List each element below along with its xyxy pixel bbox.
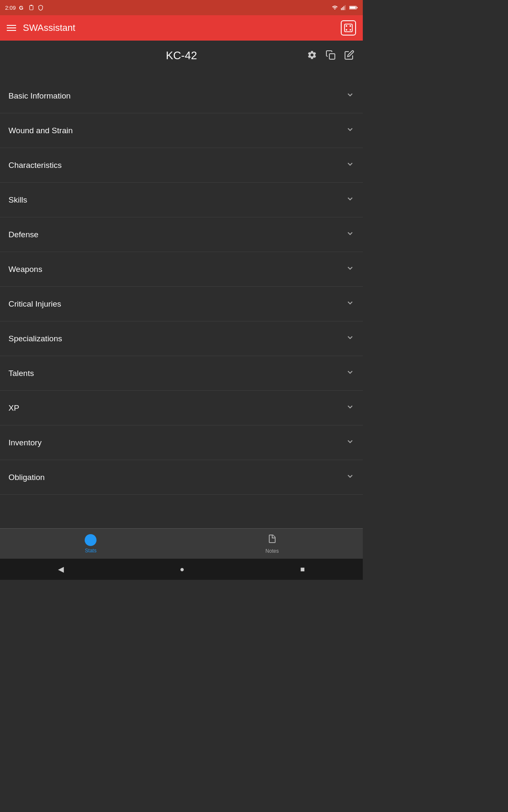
svg-rect-4	[342, 7, 343, 10]
copy-button[interactable]	[324, 48, 337, 62]
chevron-icon-specializations	[346, 333, 354, 344]
chevron-icon-wound-and-strain	[346, 125, 354, 136]
accordion-label-obligation: Obligation	[8, 473, 45, 482]
accordion-item-wound-and-strain[interactable]: Wound and Strain	[0, 113, 363, 148]
chevron-icon-critical-injuries	[346, 299, 354, 309]
accordion-item-characteristics[interactable]: Characteristics	[0, 148, 363, 183]
accordion-label-wound-and-strain: Wound and Strain	[8, 126, 73, 135]
accordion-label-weapons: Weapons	[8, 265, 42, 274]
accordion-item-inventory[interactable]: Inventory	[0, 425, 363, 460]
dice-button[interactable]	[341, 20, 356, 36]
bottom-navigation: i Stats Notes	[0, 528, 363, 559]
svg-rect-15	[329, 54, 335, 59]
character-name: KC-42	[7, 49, 356, 62]
app-title: SWAssistant	[23, 22, 75, 33]
clipboard-icon	[28, 5, 34, 11]
status-bar-right	[331, 5, 358, 11]
chevron-icon-characteristics	[346, 160, 354, 170]
accordion-item-specializations[interactable]: Specializations	[0, 321, 363, 356]
accordion-label-inventory: Inventory	[8, 438, 41, 447]
stats-label: Stats	[85, 548, 97, 554]
app-bar-right	[341, 20, 356, 36]
title-actions	[305, 48, 356, 62]
accordion-item-obligation[interactable]: Obligation	[0, 460, 363, 495]
svg-rect-9	[350, 7, 356, 9]
chevron-icon-obligation	[346, 472, 354, 483]
status-bar-left: 2:09 G	[5, 5, 44, 11]
accordion-label-specializations: Specializations	[8, 334, 62, 343]
accordion-item-weapons[interactable]: Weapons	[0, 252, 363, 287]
nav-item-notes[interactable]: Notes	[182, 530, 363, 557]
back-button[interactable]: ◀	[58, 565, 64, 574]
battery-icon	[349, 5, 358, 10]
accordion-item-critical-injuries[interactable]: Critical Injuries	[0, 287, 363, 321]
edit-button[interactable]	[342, 48, 356, 62]
chevron-icon-defense	[346, 229, 354, 240]
svg-point-13	[346, 29, 348, 31]
chevron-icon-xp	[346, 403, 354, 413]
signal-icon	[341, 5, 347, 11]
accordion-label-characteristics: Characteristics	[8, 161, 62, 170]
accordion-label-skills: Skills	[8, 195, 27, 205]
system-navigation: ◀ ● ■	[0, 559, 363, 580]
home-button[interactable]: ●	[180, 565, 185, 574]
svg-rect-1	[30, 5, 33, 10]
accordion-item-defense[interactable]: Defense	[0, 217, 363, 252]
status-bar: 2:09 G	[0, 0, 363, 15]
chevron-icon-talents	[346, 368, 354, 379]
svg-rect-5	[343, 6, 344, 10]
accordion-label-defense: Defense	[8, 230, 39, 239]
g-icon: G	[19, 5, 25, 11]
accordion-label-talents: Talents	[8, 369, 34, 378]
svg-rect-2	[31, 5, 33, 6]
accordion-list: Basic InformationWound and StrainCharact…	[0, 79, 363, 532]
stats-icon: i	[85, 534, 97, 546]
svg-rect-6	[345, 5, 345, 10]
accordion-item-talents[interactable]: Talents	[0, 356, 363, 391]
chevron-icon-basic-information	[346, 91, 354, 101]
svg-rect-8	[357, 7, 358, 8]
recents-button[interactable]: ■	[300, 565, 305, 574]
chevron-icon-weapons	[346, 264, 354, 274]
svg-text:G: G	[19, 5, 23, 11]
notes-icon	[267, 534, 277, 546]
time-display: 2:09	[5, 5, 16, 11]
chevron-icon-inventory	[346, 437, 354, 448]
accordion-label-basic-information: Basic Information	[8, 91, 71, 101]
svg-point-12	[350, 25, 351, 27]
accordion-item-basic-information[interactable]: Basic Information	[0, 79, 363, 113]
hamburger-menu[interactable]	[7, 25, 16, 31]
wifi-icon	[331, 5, 338, 11]
svg-rect-3	[341, 8, 342, 10]
nav-item-stats[interactable]: i Stats	[0, 531, 182, 557]
accordion-label-critical-injuries: Critical Injuries	[8, 299, 61, 309]
chevron-icon-skills	[346, 195, 354, 205]
accordion-label-xp: XP	[8, 403, 19, 413]
shield-icon	[38, 5, 44, 11]
accordion-item-skills[interactable]: Skills	[0, 183, 363, 217]
character-title-area: KC-42	[0, 41, 363, 73]
accordion-item-xp[interactable]: XP	[0, 391, 363, 425]
svg-rect-10	[345, 24, 352, 32]
settings-button[interactable]	[305, 48, 319, 62]
svg-point-11	[346, 25, 348, 27]
app-bar: SWAssistant	[0, 15, 363, 41]
svg-point-14	[350, 29, 351, 31]
notes-label: Notes	[265, 548, 279, 554]
app-bar-left: SWAssistant	[7, 22, 75, 33]
